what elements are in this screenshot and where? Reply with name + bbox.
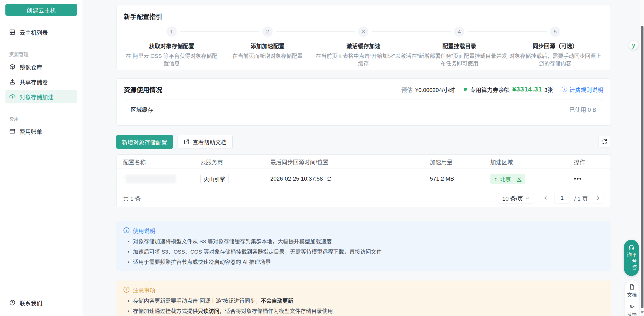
sidebar-item-image-repo[interactable]: 镜像仓库	[5, 60, 77, 73]
next-page-button[interactable]	[592, 193, 604, 203]
sidebar-nav: 云主机列表 资源管理 镜像仓库 共享存储卷 对象存储加速 费用 费用账单	[0, 16, 83, 294]
sidebar-item-label: 对象存储加速	[20, 92, 54, 101]
feedback-button[interactable]: 反馈	[627, 304, 637, 316]
total-count: 共 1 条	[123, 194, 141, 202]
col-header: 云服务商	[200, 157, 270, 166]
step-desc: 在当前页面新增对象存储配置	[232, 52, 303, 60]
sidebar-item-billing[interactable]: 费用账单	[5, 125, 77, 138]
wallet-icon	[9, 128, 16, 135]
usage-panel: 资源使用情况 预估 ¥0.000204/小时 专用算力券余额 ¥3314.31 …	[116, 78, 611, 126]
table-footer: 共 1 条 10 条/页 / 1 页	[117, 189, 611, 207]
step-number: 2	[262, 26, 273, 37]
voucher-count: 3张	[544, 85, 553, 94]
sidebar-item-label: 镜像仓库	[20, 63, 42, 71]
voucher-balance: ¥3314.31	[512, 85, 542, 93]
warn-list-item: 存储内容更新需要手动点击“回源上游”按钮进行同步，不会自动更新	[128, 298, 604, 304]
notice-panel: ! 注意事项 存储内容更新需要手动点击“回源上游”按钮进行同步，不会自动更新 存…	[116, 281, 611, 316]
warning-circle-icon: !	[123, 287, 129, 293]
cell-actions: •••	[574, 175, 604, 182]
chevron-down-icon	[526, 196, 529, 199]
feedback-icon	[629, 304, 635, 310]
sync-now-button[interactable]	[327, 176, 332, 182]
scrollbar	[640, 0, 644, 316]
estimate-label: 预估	[401, 85, 413, 94]
create-host-button[interactable]: 创建云主机	[5, 4, 77, 16]
sync-icon	[327, 176, 332, 182]
sidebar-footer: 联系我们	[0, 294, 83, 309]
step-number: 1	[166, 26, 177, 37]
scrollbar-thumb[interactable]	[641, 26, 643, 308]
sidebar-section-resource: 资源管理	[5, 51, 77, 58]
usage-metrics: 预估 ¥0.000204/小时 专用算力券余额 ¥3314.31 3张 i 计费…	[401, 85, 603, 94]
usage-title: 资源使用情况	[124, 85, 162, 94]
billing-rules-label: 计费规则说明	[569, 85, 603, 94]
help-doc-button[interactable]: 查看帮助文档	[178, 135, 233, 149]
col-header: 配置名称	[123, 157, 200, 166]
step-number: 3	[358, 26, 368, 37]
scrollbar-down-arrow[interactable]	[641, 311, 644, 314]
guide-step-2: 2 添加加速配置 在当前页面新增对象存储配置	[219, 26, 315, 67]
info-circle-icon: i	[123, 227, 129, 233]
region-cache-label: 区域缓存	[131, 105, 153, 113]
col-header: 加速区域	[490, 157, 574, 166]
sidebar: 创建云主机 云主机列表 资源管理 镜像仓库 共享存储卷 对象存储加速 费用	[0, 0, 83, 316]
step-title: 获取对象存储配置	[149, 41, 194, 50]
contact-us-label: 联系我们	[20, 299, 42, 307]
upload-icon	[9, 78, 16, 85]
sidebar-item-host-list[interactable]: 云主机列表	[5, 25, 77, 39]
step-desc: 在 阿里云 OSS 等平台获得对象存储配置信息	[124, 52, 220, 67]
platform-consult-label: 平台咨询	[626, 252, 637, 276]
step-number: 5	[550, 26, 560, 37]
headphones-icon	[628, 244, 635, 250]
help-doc-label: 查看帮助文档	[193, 138, 227, 146]
info-panel-title: i 使用说明	[123, 226, 604, 235]
page-number-input[interactable]	[554, 193, 570, 203]
refresh-icon	[601, 138, 608, 145]
pill-divider	[629, 301, 635, 301]
row-actions-button[interactable]: •••	[574, 175, 582, 182]
guide-step-5: 5 同步回源（可选） 对象存储挂载后，需要手动同步回源上游的存储内容	[507, 26, 603, 67]
usage-header: 资源使用情况 预估 ¥0.000204/小时 专用算力券余额 ¥3314.31 …	[124, 85, 603, 94]
step-title: 配置挂载目录	[442, 41, 476, 50]
usage-instructions-panel: i 使用说明 对象存储加速将模型文件从 S3 等对象存储缓存到集群本地，大幅提升…	[116, 221, 611, 271]
billing-rules-link[interactable]: i 计费规则说明	[562, 85, 603, 94]
region-badge: 北京一区	[490, 174, 525, 184]
guide-step-3: 3 激活缓存加速 在当前页面表格中点击“开始加速”以激活缓存	[315, 26, 411, 67]
feedback-label: 反馈	[627, 311, 637, 316]
docs-label: 文档	[627, 291, 637, 298]
chevron-right-icon	[595, 196, 599, 200]
cloud-bolt-icon	[9, 93, 16, 100]
app-root: 创建云主机 云主机列表 资源管理 镜像仓库 共享存储卷 对象存储加速 费用	[0, 0, 644, 316]
cell-provider: 火山引擎	[200, 174, 270, 184]
platform-consult-button[interactable]: 平台咨询	[624, 240, 639, 276]
table-header-row: 配置名称 云服务商 最后同步回源时间/位置 加速用量 加速区域 操作	[117, 155, 611, 169]
region-cache-used: 已使用 0 B	[569, 105, 596, 113]
sidebar-item-object-storage[interactable]: 对象存储加速	[5, 90, 77, 103]
cell-usage: 571.2 MB	[430, 175, 490, 182]
col-header: 加速用量	[430, 157, 490, 166]
info-title-label: 使用说明	[133, 226, 155, 235]
guide-step-1: 1 获取对象存储配置 在 阿里云 OSS 等平台获得对象存储配置信息	[124, 26, 220, 67]
page-total-label: / 1 页	[574, 194, 588, 202]
brand-logo-float[interactable]: y	[629, 41, 638, 50]
sidebar-item-shared-volume[interactable]: 共享存储卷	[5, 75, 77, 88]
guide-steps: 1 获取对象存储配置 在 阿里云 OSS 等平台获得对象存储配置信息 2 添加加…	[124, 26, 603, 67]
main-content: 新手配置指引 1 获取对象存储配置 在 阿里云 OSS 等平台获得对象存储配置信…	[116, 0, 611, 316]
estimate-value: ¥0.000204/小时	[415, 85, 455, 94]
docs-button[interactable]: 文档	[627, 284, 637, 298]
cell-config-name: :	[123, 174, 200, 183]
config-name-redacted	[126, 174, 176, 183]
add-config-button[interactable]: 新增对象存储配置	[116, 135, 173, 149]
question-circle-icon	[9, 299, 16, 306]
info-icon: i	[562, 87, 567, 92]
external-link-icon	[183, 139, 190, 145]
step-title: 添加加速配置	[251, 41, 285, 50]
contact-us-item[interactable]: 联系我们	[5, 296, 77, 309]
guide-step-4: 4 配置挂载目录 在“新增部署任务”页面配置挂载目录并发布任务即可使用	[411, 26, 507, 67]
warn-title-label: 注意事项	[133, 286, 155, 294]
warn-panel-title: ! 注意事项	[123, 286, 604, 294]
table-toolbar: 新增对象存储配置 查看帮助文档	[116, 135, 611, 149]
refresh-table-button[interactable]	[598, 136, 611, 148]
prev-page-button[interactable]	[541, 194, 550, 201]
page-size-select[interactable]: 10 条/页	[498, 193, 533, 203]
